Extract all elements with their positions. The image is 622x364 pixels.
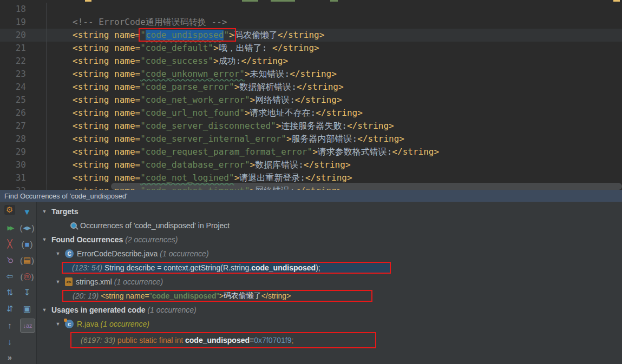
code-token: 数据库错误:: [255, 160, 304, 170]
tree-row-5[interactable]: ▼<>strings.xml (1 occurrence): [36, 275, 622, 289]
code-token: 码农偷懒了: [234, 30, 278, 40]
preview-usages-icon[interactable]: ■: [20, 237, 34, 250]
code-line-text: [47, 3, 622, 16]
sort-alphabetically-icon[interactable]: ↓az: [20, 319, 35, 333]
preview-source-icon[interactable]: ▣: [20, 302, 34, 315]
line-number[interactable]: 19: [0, 16, 26, 29]
code-line-29[interactable]: 29<string name="code_request_param_forma…: [0, 145, 622, 158]
code-token: </string>: [241, 56, 288, 66]
line-number[interactable]: 32: [0, 184, 26, 190]
code-area[interactable]: 1819<!-- ErrorCode通用错误码转换 -->20<string n…: [0, 3, 622, 190]
next-occurrence-icon[interactable]: ↓: [3, 335, 17, 348]
tree-row-4[interactable]: (123: 54) String describe = context.getS…: [36, 261, 622, 275]
pin-icon[interactable]: ⚲: [3, 254, 17, 267]
previous-occurrence-icon[interactable]: ↑: [3, 319, 17, 332]
read-write-access-icon[interactable]: ◂▸: [20, 221, 34, 234]
expand-all-icon[interactable]: ⇅: [3, 286, 17, 299]
code-token: <string name=: [73, 95, 140, 105]
tree-row-9[interactable]: (6197: 33) public static final int code_…: [36, 331, 622, 349]
code-line-28[interactable]: 28<string name="code_server_internal_err…: [0, 133, 622, 145]
filter-icon[interactable]: ▼: [20, 205, 34, 218]
sort-alphabetically-icon: ↓az: [23, 322, 32, 329]
code-token: ": [140, 30, 146, 40]
code-line-21[interactable]: 21<string name="code_default">哦，出错了: </s…: [0, 42, 622, 55]
group-by-method-icon[interactable]: m: [20, 270, 34, 283]
tree-row-text: <string name=: [101, 292, 149, 300]
code-token: </string>: [304, 160, 351, 170]
line-number[interactable]: 22: [0, 55, 26, 68]
tree-row-2[interactable]: ▼Found Occurrences (2 occurrences): [36, 233, 622, 247]
chevron-down-icon[interactable]: ▼: [41, 237, 48, 242]
tree-row-text: Found Occurrences: [51, 235, 125, 244]
autoscroll-to-source-icon[interactable]: ↧: [20, 286, 34, 299]
tree-row-1[interactable]: Occurrences of 'code_undisposed' in Proj…: [36, 219, 622, 233]
gutter-divider: [26, 94, 47, 107]
tree-row-text: code_undisposed: [152, 292, 217, 300]
expand-all-icon: ⇅: [6, 288, 14, 297]
code-token: </string>: [272, 43, 319, 53]
line-number[interactable]: 30: [0, 158, 26, 171]
line-number[interactable]: 18: [0, 3, 26, 16]
code-token: </string>: [295, 186, 342, 190]
line-number[interactable]: 26: [0, 107, 26, 120]
clipped-line-fragment: [242, 0, 258, 2]
tree-row-3[interactable]: ▼CErrorCodeDescribe.java (1 occurrence): [36, 247, 622, 261]
code-line-18[interactable]: 18: [0, 3, 622, 16]
line-number[interactable]: 24: [0, 81, 26, 94]
find-occurrences-panel: ⚙▶▶╳⚲⇦⇅⇵↑↓»▼◂▸■▤m↧▣↓az ▼TargetsOccurrenc…: [0, 202, 622, 364]
code-line-text: <!-- ErrorCode通用错误码转换 -->: [47, 16, 622, 29]
tree-row-7[interactable]: ▼Usages in generated code (1 occurrence): [36, 303, 622, 317]
code-token: >: [250, 160, 256, 170]
chevron-down-icon[interactable]: ▼: [54, 279, 62, 284]
line-number[interactable]: 28: [0, 133, 26, 145]
gutter-divider: [26, 145, 47, 158]
code-line-20[interactable]: 20<string name="code_undisposed">码农偷懒了</…: [0, 29, 622, 42]
code-line-30[interactable]: 30<string name="code_database_error">数据库…: [0, 158, 622, 171]
code-line-22[interactable]: 22<string name="code_success">成功:</strin…: [0, 55, 622, 68]
rerun-icon[interactable]: ▶▶: [3, 221, 17, 234]
annotation-red-box: (20: 19) <string name="code_undisposed">…: [62, 290, 372, 302]
code-token: 请退出重新登录:: [239, 173, 305, 183]
chevron-down-icon[interactable]: ▼: [54, 251, 62, 256]
line-number[interactable]: 20: [0, 29, 26, 42]
code-line-text: <string name="code_socket_timeout">网络错误:…: [47, 184, 622, 190]
tree-row-0[interactable]: ▼Targets: [36, 204, 622, 219]
code-line-32[interactable]: 32<string name="code_socket_timeout">网络错…: [0, 184, 622, 190]
chevron-down-icon[interactable]: ▼: [54, 321, 62, 327]
settings-icon[interactable]: ⚙: [4, 205, 15, 215]
settings-icon: ⚙: [6, 205, 15, 215]
code-token: 连接服务器失败:: [281, 121, 347, 131]
line-number[interactable]: 25: [0, 94, 26, 107]
code-line-25[interactable]: 25<string name="code_net_work_error">网络错…: [0, 94, 622, 107]
code-line-26[interactable]: 26<string name="code_url_not_found">请求地址…: [0, 107, 622, 120]
code-line-24[interactable]: 24<string name="code_parse_error">数据解析错误…: [0, 81, 622, 94]
code-token: ": [224, 30, 229, 40]
editor[interactable]: 1819<!-- ErrorCode通用错误码转换 -->20<string n…: [0, 0, 622, 190]
code-line-27[interactable]: 27<string name="code_server_disconnected…: [0, 120, 622, 133]
chevron-down-icon[interactable]: ▼: [41, 307, 48, 313]
line-number[interactable]: 31: [0, 171, 26, 184]
code-line-text: <string name="code_request_param_format_…: [47, 145, 622, 158]
collapse-all-icon[interactable]: ⇵: [3, 302, 17, 315]
code-line-23[interactable]: 23<string name="code_unkonwn_error">未知错误…: [0, 68, 622, 81]
code-line-31[interactable]: 31<string name="code_not_logined">请退出重新登…: [0, 171, 622, 184]
close-icon[interactable]: ╳: [3, 237, 17, 250]
line-number[interactable]: 21: [0, 42, 26, 55]
line-number[interactable]: 29: [0, 145, 26, 158]
back-arrow-icon[interactable]: ⇦: [3, 270, 17, 283]
group-by-module-icon[interactable]: ▤: [20, 254, 34, 267]
code-line-text: <string name="code_server_disconnected">…: [47, 120, 622, 133]
gutter-divider: [26, 55, 47, 68]
line-number[interactable]: 27: [0, 120, 26, 133]
line-number[interactable]: 23: [0, 68, 26, 81]
next-occurrence-icon: ↓: [8, 337, 12, 346]
code-line-19[interactable]: 19<!-- ErrorCode通用错误码转换 -->: [0, 16, 622, 29]
close-icon: ╳: [7, 239, 12, 249]
tree-row-6[interactable]: (20: 19) <string name="code_undisposed">…: [36, 289, 622, 303]
code-line-text: <string name="code_database_error">数据库错误…: [47, 158, 622, 171]
code-line-text: <string name="code_default">哦，出错了: </str…: [47, 42, 622, 55]
tree-row-8[interactable]: ▼cR.java (1 occurrence): [36, 317, 622, 331]
group-by-module-icon: ▤: [23, 255, 31, 265]
more-options-icon[interactable]: »: [3, 351, 17, 364]
chevron-down-icon[interactable]: ▼: [41, 209, 48, 214]
